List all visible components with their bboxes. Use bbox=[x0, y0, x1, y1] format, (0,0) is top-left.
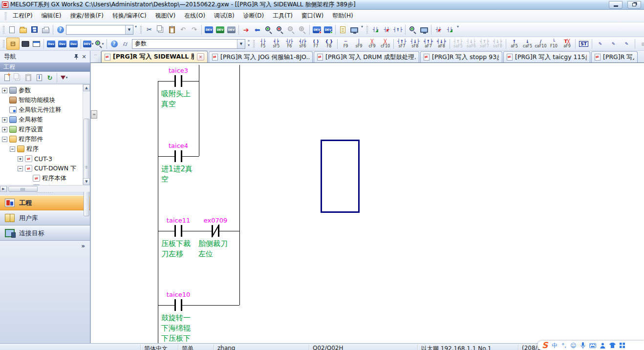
restore-button[interactable] bbox=[627, 1, 641, 9]
ladder-symbol-F8-button[interactable]: { }F8 bbox=[322, 38, 336, 50]
tree-item[interactable]: −程序部件 bbox=[0, 134, 83, 144]
menu-item-8[interactable]: 诊断(D) bbox=[239, 10, 269, 21]
filter-dropdown[interactable]: ▾ bbox=[59, 73, 69, 82]
open-project-button[interactable] bbox=[18, 24, 29, 35]
edit-coil-button[interactable]: ✎ bbox=[620, 38, 633, 50]
paste-button[interactable] bbox=[166, 24, 177, 35]
ladder-monitor-up-button[interactable]: ┤├ bbox=[370, 24, 381, 35]
save-project-button[interactable] bbox=[29, 24, 40, 35]
chevron-down-icon[interactable]: ▾ bbox=[92, 42, 94, 46]
watch-insert-red-button[interactable]: ┤├ bbox=[433, 24, 444, 35]
parameter-doc-button[interactable] bbox=[337, 24, 348, 35]
menu-item-10[interactable]: 窗口(W) bbox=[297, 10, 328, 21]
ladder-symbol-aF7-button[interactable]: ╡↑╞aF7 bbox=[422, 38, 435, 50]
tree-item[interactable]: +程序设置 bbox=[0, 124, 83, 134]
refresh-button[interactable]: ↻ bbox=[44, 73, 55, 82]
ladder-symbol-aF5-button[interactable]: ↑aF5 bbox=[508, 38, 521, 50]
screen-jump-button[interactable] bbox=[418, 24, 429, 35]
chevron-down-icon[interactable]: ▾ bbox=[66, 76, 68, 80]
panel-splitter[interactable]: ········· bbox=[0, 192, 90, 195]
edit-contact-coil-button[interactable]: ✎ bbox=[607, 38, 620, 50]
ladder-symbol-sF6-button[interactable]: ╡/╞sF6 bbox=[296, 38, 309, 50]
ladder-symbol-F6-button[interactable]: ┤/├F6 bbox=[283, 38, 296, 50]
device-search-combo[interactable]: 参数▼ bbox=[132, 39, 245, 49]
tab-scroll-stub[interactable]: ‥ bbox=[90, 51, 101, 62]
pin-icon[interactable] bbox=[72, 53, 80, 61]
write-to-plc-button[interactable]: ➔ bbox=[240, 24, 252, 35]
monitor-stop-button[interactable] bbox=[274, 24, 285, 35]
panel-button-lib[interactable]: 用户库 bbox=[0, 210, 90, 226]
tree-item[interactable]: 智能功能模块 bbox=[0, 95, 83, 105]
ladder-symbol-sF7-button[interactable]: ┤↑├sF7 bbox=[395, 38, 408, 50]
voice-input-icon[interactable] bbox=[580, 342, 585, 349]
toolbar-overflow-chevron[interactable]: ▾ bbox=[360, 24, 365, 35]
device-display-1-button[interactable]: DEV bbox=[311, 24, 322, 35]
new-data-button[interactable]: + bbox=[1, 73, 12, 82]
ladder-symbol-sF5-button[interactable]: ╡╞sF5 bbox=[270, 38, 283, 50]
ladder-symbol-F5-button[interactable]: ┤├F5 bbox=[257, 38, 270, 50]
document-tab-6[interactable]: [PRG]R 写入 bbox=[591, 51, 638, 62]
document-tab-4[interactable]: [PRG]R 写入 stopp 93步 bbox=[420, 51, 502, 62]
chinese-mode-icon[interactable]: 中 bbox=[552, 342, 558, 349]
device-grid-button[interactable]: Dev bbox=[68, 39, 79, 49]
ladder-symbol-F9-button[interactable]: ─F9 bbox=[339, 38, 352, 50]
panel-button-proj[interactable]: 工程 bbox=[0, 195, 90, 210]
ladder-symbol-F7-button[interactable]: ( )F7 bbox=[309, 38, 322, 50]
scroll-down-icon[interactable]: ▼ bbox=[83, 178, 90, 185]
punctuation-icon[interactable]: °, bbox=[561, 342, 566, 349]
sogou-logo-icon[interactable]: S bbox=[542, 341, 548, 350]
toolbox-icon[interactable] bbox=[620, 343, 625, 348]
menu-item-9[interactable]: 工具(T) bbox=[268, 10, 297, 21]
tree-item[interactable]: 程序本体 bbox=[0, 173, 83, 183]
menu-item-5[interactable]: 视图(V) bbox=[151, 10, 180, 21]
cut-button[interactable]: ✂ bbox=[144, 24, 155, 35]
scroll-up-icon[interactable]: ▲ bbox=[83, 84, 90, 91]
ladder-symbol-caF5-button[interactable]: ↓caF5 bbox=[521, 38, 534, 50]
monitor-start-button[interactable] bbox=[263, 24, 274, 35]
toolbar-overflow-chevron[interactable]: ▾ bbox=[133, 24, 138, 35]
find-device-button[interactable] bbox=[407, 24, 418, 35]
tree-item[interactable]: −程序 bbox=[0, 144, 83, 154]
help-button[interactable]: ? bbox=[55, 24, 66, 35]
tree-expander-icon[interactable]: + bbox=[2, 127, 7, 132]
screen-display-button[interactable] bbox=[348, 24, 360, 35]
tree-item[interactable]: +全局标签 bbox=[0, 115, 83, 124]
skin-icon[interactable] bbox=[609, 343, 616, 348]
menu-item-2[interactable]: 编辑(E) bbox=[37, 10, 66, 21]
account-icon[interactable] bbox=[600, 343, 605, 349]
menu-item-1[interactable]: 工程(P) bbox=[8, 10, 37, 21]
toolbar-overflow-chevron[interactable]: ▾ bbox=[455, 24, 460, 35]
document-tab-3[interactable]: [PRG]R 写入 DRUM 成型鼓处理... bbox=[314, 51, 419, 62]
edit-rung-button[interactable]: ✎ bbox=[594, 38, 607, 50]
read-from-plc-button[interactable]: ⬅ bbox=[252, 24, 263, 35]
tree-item[interactable]: +CUT-3 bbox=[0, 154, 83, 164]
menu-item-3[interactable]: 搜索/替换(F) bbox=[66, 10, 108, 21]
tab-close-icon[interactable]: ✕ bbox=[197, 53, 204, 61]
ladder-symbol-F10-button[interactable]: └F10 bbox=[547, 38, 560, 50]
toolbar-overflow-chevron[interactable]: » ▾ bbox=[246, 39, 251, 49]
chevron-down-icon[interactable]: ▾ bbox=[102, 42, 104, 46]
watch-insert-green-button[interactable]: ┤├ bbox=[444, 24, 455, 35]
device-monitor-button[interactable]: DEV bbox=[203, 24, 215, 35]
close-icon[interactable]: ✕ bbox=[80, 53, 88, 61]
tree-vertical-scrollbar[interactable]: ▲ ▼ bbox=[83, 84, 90, 185]
soft-keyboard-icon[interactable] bbox=[589, 343, 596, 348]
menu-item-4[interactable]: 转换/编译(C) bbox=[108, 10, 151, 21]
recent-data-combo[interactable]: ▼ bbox=[66, 25, 133, 35]
ladder-symbol-sF9-button[interactable]: │sF9 bbox=[352, 38, 365, 50]
tree-expander-icon[interactable]: − bbox=[10, 146, 15, 152]
cross-reference-button[interactable]: ⌭ bbox=[120, 39, 131, 49]
print-button[interactable] bbox=[40, 24, 51, 35]
tree-item[interactable]: −CUT-DOWN 下 bbox=[0, 164, 83, 173]
find-dropdown[interactable]: ▾ bbox=[94, 39, 105, 49]
device-display-dropdown[interactable]: DEV▾ bbox=[83, 39, 94, 49]
document-tab-2[interactable]: [PRG]R 写入 JOG 伺服轴1-8JO... bbox=[209, 51, 313, 62]
navigation-window-toggle[interactable]: ⊟ bbox=[6, 38, 20, 50]
scrollbar-thumb[interactable] bbox=[84, 119, 89, 216]
scrollbar-thumb[interactable] bbox=[8, 186, 38, 192]
panel-button-conn[interactable]: 连接目标 bbox=[0, 226, 90, 241]
tree-expander-icon[interactable]: − bbox=[2, 137, 7, 142]
output-window-button[interactable] bbox=[31, 39, 42, 49]
copy-button[interactable] bbox=[155, 24, 166, 35]
tree-horizontal-scrollbar[interactable]: ◀ ▶ bbox=[0, 185, 90, 192]
